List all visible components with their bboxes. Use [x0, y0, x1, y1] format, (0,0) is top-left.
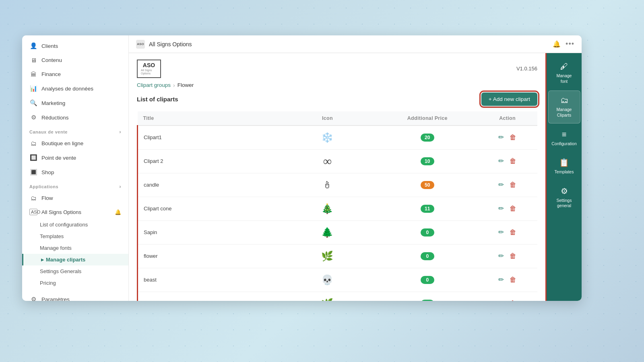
- row-icon: ∞: [277, 149, 377, 173]
- more-options-icon[interactable]: •••: [566, 40, 574, 48]
- reductions-icon: ⚙: [29, 114, 37, 121]
- delete-button[interactable]: 🗑: [508, 274, 518, 286]
- main-content: ASO All Signs Options 🔔 ••• ASO All Sign…: [129, 35, 582, 301]
- delete-button[interactable]: 🗑: [508, 203, 518, 215]
- row-price: 0: [378, 220, 477, 244]
- edit-button[interactable]: ✏: [496, 226, 506, 239]
- sidebar-item-finance[interactable]: 🏛 Finance: [22, 67, 128, 81]
- sidebar-item-contenu[interactable]: 🖥 Contenu: [22, 53, 128, 67]
- clipart-table: Title Icon Additional Price Action Clipa…: [137, 111, 537, 301]
- edit-button[interactable]: ✏: [496, 274, 506, 286]
- sidebar-item-shop[interactable]: 🔳 Shop: [22, 165, 128, 179]
- breadcrumb-parent[interactable]: Clipart groups: [137, 82, 171, 88]
- settings-label: Settingsgeneral: [557, 198, 572, 209]
- col-additional-price: Additional Price: [378, 111, 477, 125]
- section-canaux: Canaux de vente ›: [22, 125, 128, 136]
- delete-button[interactable]: 🗑: [508, 298, 518, 301]
- list-header: List of cliparts + Add new clipart: [137, 93, 537, 106]
- row-actions: ✏ 🗑: [477, 173, 537, 197]
- manage-cliparts-label: ManageCliparts: [557, 107, 572, 118]
- aso-icon: ASO: [29, 209, 37, 215]
- clients-icon: 👤: [29, 42, 37, 49]
- row-icon: ❄️: [277, 125, 377, 150]
- sidebar-item-analyses[interactable]: 📊 Analyses de données: [22, 81, 128, 96]
- col-action: Action: [477, 111, 537, 125]
- sidebar-item-marketing[interactable]: 🔍 Marketing: [22, 96, 128, 110]
- row-actions: ✏ 🗑: [477, 244, 537, 268]
- table-row: Sapin 🌲 0 ✏ 🗑: [138, 220, 538, 244]
- top-bar-actions: 🔔 •••: [553, 40, 574, 48]
- list-section: List of cliparts + Add new clipart Title…: [129, 93, 545, 301]
- flow-icon: 🗂: [29, 195, 37, 202]
- edit-button[interactable]: ✏: [496, 297, 506, 301]
- right-panel-configuration[interactable]: ≡ Configuration: [548, 125, 580, 152]
- point-vente-icon: 🔲: [29, 154, 37, 161]
- right-panel-templates[interactable]: 📋 Templates: [548, 153, 580, 180]
- right-panel-manage-cliparts[interactable]: 🗂 ManageCliparts: [548, 90, 580, 123]
- table-row: beast 💀 0 ✏ 🗑: [138, 268, 538, 292]
- right-panel-settings[interactable]: ⚙ Settingsgeneral: [548, 181, 580, 214]
- add-new-clipart-button[interactable]: + Add new clipart: [481, 93, 537, 106]
- sidebar-sub-list-config[interactable]: List of configurations: [22, 219, 128, 230]
- sidebar-item-point-vente[interactable]: 🔲 Point de vente: [22, 150, 128, 165]
- row-price: 11: [378, 197, 477, 220]
- sidebar-sub-templates[interactable]: Templates: [22, 230, 128, 242]
- edit-button[interactable]: ✏: [496, 155, 506, 167]
- marketing-icon: 🔍: [29, 99, 37, 107]
- right-panel: 🖋 Managefont 🗂 ManageCliparts ≡ Configur…: [545, 53, 582, 301]
- sidebar-item-flow[interactable]: 🗂 Flow: [22, 191, 128, 205]
- sidebar-sub-settings-generals[interactable]: Settings Generals: [22, 265, 128, 277]
- table-row: Clipart 2 ∞ 10 ✏ 🗑: [138, 149, 538, 173]
- row-actions: ✏ 🗑: [477, 197, 537, 220]
- row-actions: ✏ 🗑: [477, 149, 537, 173]
- sidebar-item-boutique[interactable]: 🗂 Boutique en ligne: [22, 136, 128, 150]
- row-actions: ✏ 🗑: [477, 268, 537, 292]
- edit-button[interactable]: ✏: [496, 131, 506, 144]
- breadcrumb-current: Flower: [178, 82, 194, 88]
- delete-button[interactable]: 🗑: [508, 132, 518, 144]
- row-price: 0: [378, 268, 477, 292]
- row-title: Clipart 2: [138, 149, 278, 173]
- page-header: ASO All Signs Options V1.0.156: [129, 53, 545, 78]
- row-icon: 🌲: [277, 220, 377, 244]
- edit-button[interactable]: ✏: [496, 250, 506, 262]
- version-badge: V1.0.156: [516, 66, 537, 72]
- notification-icon[interactable]: 🔔: [553, 40, 561, 48]
- sidebar-item-aso[interactable]: ASO All Signs Options 🔔: [22, 205, 128, 219]
- edit-button[interactable]: ✏: [496, 179, 506, 191]
- contenu-icon: 🖥: [29, 57, 37, 64]
- row-icon: 🌿: [277, 244, 377, 268]
- applications-expand-icon[interactable]: ›: [119, 183, 121, 189]
- content-area: ASO All Signs Options V1.0.156 Clipart g…: [129, 53, 582, 301]
- table-row: Flower 🌿 8 ✏ 🗑: [138, 292, 538, 301]
- sidebar-item-parametres[interactable]: ⚙ Paramètres: [22, 292, 128, 301]
- row-price: 20: [378, 125, 477, 150]
- delete-button[interactable]: 🗑: [508, 179, 518, 191]
- manage-font-label: Managefont: [557, 73, 572, 84]
- configuration-icon: ≡: [562, 130, 567, 139]
- row-title: Sapin: [138, 220, 278, 244]
- canaux-expand-icon[interactable]: ›: [119, 129, 121, 135]
- row-title: Clipart1: [138, 125, 278, 150]
- row-actions: ✏ 🗑: [477, 125, 537, 150]
- sidebar-item-clients[interactable]: 👤 Clients: [22, 39, 128, 53]
- manage-font-icon: 🖋: [560, 62, 568, 71]
- sidebar-sub-pricing[interactable]: Pricing: [22, 277, 128, 289]
- col-icon: Icon: [277, 111, 377, 125]
- edit-button[interactable]: ✏: [496, 202, 506, 215]
- right-panel-manage-font[interactable]: 🖋 Managefont: [548, 57, 580, 89]
- app-window: 👤 Clients 🖥 Contenu 🏛 Finance 📊 Analyses…: [22, 35, 582, 301]
- analyses-icon: 📊: [29, 85, 37, 92]
- sidebar-sub-manage-fonts[interactable]: Manage fonts: [22, 242, 128, 254]
- sidebar-sub-manage-cliparts[interactable]: ▸ Manage cliparts: [22, 254, 128, 265]
- delete-button[interactable]: 🗑: [508, 226, 518, 239]
- delete-button[interactable]: 🗑: [508, 250, 518, 262]
- settings-icon: ⚙: [561, 186, 568, 196]
- sidebar-item-reductions[interactable]: ⚙ Réductions: [22, 110, 128, 125]
- list-title: List of cliparts: [137, 96, 178, 103]
- row-actions: ✏ 🗑: [477, 292, 537, 301]
- row-price: 8: [378, 292, 477, 301]
- row-title: Clipart cone: [138, 197, 278, 220]
- top-bar-title: All Signs Options: [149, 41, 192, 47]
- delete-button[interactable]: 🗑: [508, 155, 518, 167]
